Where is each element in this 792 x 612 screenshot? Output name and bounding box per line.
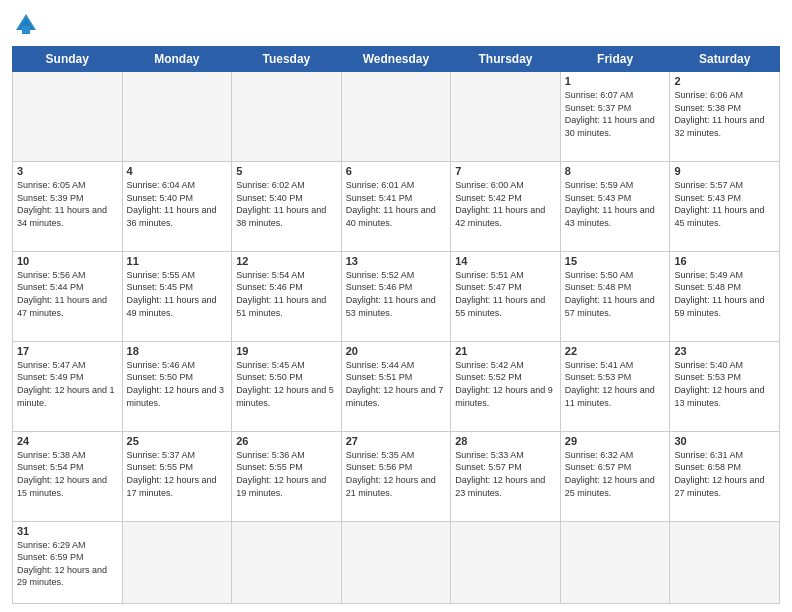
calendar-cell: 8Sunrise: 5:59 AM Sunset: 5:43 PM Daylig…: [560, 161, 670, 251]
calendar-page: SundayMondayTuesdayWednesdayThursdayFrid…: [0, 0, 792, 612]
day-number: 9: [674, 165, 775, 177]
day-info: Sunrise: 5:47 AM Sunset: 5:49 PM Dayligh…: [17, 359, 118, 409]
day-info: Sunrise: 6:29 AM Sunset: 6:59 PM Dayligh…: [17, 539, 118, 589]
day-number: 2: [674, 75, 775, 87]
day-info: Sunrise: 5:45 AM Sunset: 5:50 PM Dayligh…: [236, 359, 337, 409]
calendar-cell: 18Sunrise: 5:46 AM Sunset: 5:50 PM Dayli…: [122, 341, 232, 431]
day-number: 5: [236, 165, 337, 177]
calendar-cell: 30Sunrise: 6:31 AM Sunset: 6:58 PM Dayli…: [670, 431, 780, 521]
col-header-friday: Friday: [560, 47, 670, 72]
day-number: 28: [455, 435, 556, 447]
calendar-cell: 9Sunrise: 5:57 AM Sunset: 5:43 PM Daylig…: [670, 161, 780, 251]
day-info: Sunrise: 6:02 AM Sunset: 5:40 PM Dayligh…: [236, 179, 337, 229]
calendar-cell: [122, 72, 232, 162]
day-info: Sunrise: 6:00 AM Sunset: 5:42 PM Dayligh…: [455, 179, 556, 229]
day-info: Sunrise: 5:44 AM Sunset: 5:51 PM Dayligh…: [346, 359, 447, 409]
calendar-week-4: 24Sunrise: 5:38 AM Sunset: 5:54 PM Dayli…: [13, 431, 780, 521]
calendar-cell: [232, 521, 342, 603]
calendar-cell: 13Sunrise: 5:52 AM Sunset: 5:46 PM Dayli…: [341, 251, 451, 341]
calendar-cell: 6Sunrise: 6:01 AM Sunset: 5:41 PM Daylig…: [341, 161, 451, 251]
day-info: Sunrise: 5:54 AM Sunset: 5:46 PM Dayligh…: [236, 269, 337, 319]
calendar-cell: 11Sunrise: 5:55 AM Sunset: 5:45 PM Dayli…: [122, 251, 232, 341]
day-number: 24: [17, 435, 118, 447]
day-number: 13: [346, 255, 447, 267]
day-info: Sunrise: 5:38 AM Sunset: 5:54 PM Dayligh…: [17, 449, 118, 499]
calendar-cell: 15Sunrise: 5:50 AM Sunset: 5:48 PM Dayli…: [560, 251, 670, 341]
calendar-table: SundayMondayTuesdayWednesdayThursdayFrid…: [12, 46, 780, 604]
logo: [12, 10, 44, 38]
calendar-cell: 27Sunrise: 5:35 AM Sunset: 5:56 PM Dayli…: [341, 431, 451, 521]
day-info: Sunrise: 5:50 AM Sunset: 5:48 PM Dayligh…: [565, 269, 666, 319]
calendar-cell: 29Sunrise: 6:32 AM Sunset: 6:57 PM Dayli…: [560, 431, 670, 521]
calendar-cell: [670, 521, 780, 603]
day-info: Sunrise: 5:41 AM Sunset: 5:53 PM Dayligh…: [565, 359, 666, 409]
calendar-cell: [341, 72, 451, 162]
calendar-cell: 25Sunrise: 5:37 AM Sunset: 5:55 PM Dayli…: [122, 431, 232, 521]
calendar-cell: [451, 521, 561, 603]
calendar-cell: 26Sunrise: 5:36 AM Sunset: 5:55 PM Dayli…: [232, 431, 342, 521]
calendar-cell: 7Sunrise: 6:00 AM Sunset: 5:42 PM Daylig…: [451, 161, 561, 251]
day-info: Sunrise: 5:33 AM Sunset: 5:57 PM Dayligh…: [455, 449, 556, 499]
day-info: Sunrise: 6:06 AM Sunset: 5:38 PM Dayligh…: [674, 89, 775, 139]
day-info: Sunrise: 5:56 AM Sunset: 5:44 PM Dayligh…: [17, 269, 118, 319]
calendar-header-row: SundayMondayTuesdayWednesdayThursdayFrid…: [13, 47, 780, 72]
day-info: Sunrise: 5:42 AM Sunset: 5:52 PM Dayligh…: [455, 359, 556, 409]
day-info: Sunrise: 6:05 AM Sunset: 5:39 PM Dayligh…: [17, 179, 118, 229]
col-header-wednesday: Wednesday: [341, 47, 451, 72]
day-number: 8: [565, 165, 666, 177]
day-info: Sunrise: 5:51 AM Sunset: 5:47 PM Dayligh…: [455, 269, 556, 319]
day-info: Sunrise: 5:35 AM Sunset: 5:56 PM Dayligh…: [346, 449, 447, 499]
day-number: 14: [455, 255, 556, 267]
col-header-tuesday: Tuesday: [232, 47, 342, 72]
day-info: Sunrise: 5:57 AM Sunset: 5:43 PM Dayligh…: [674, 179, 775, 229]
day-number: 1: [565, 75, 666, 87]
calendar-cell: 12Sunrise: 5:54 AM Sunset: 5:46 PM Dayli…: [232, 251, 342, 341]
day-number: 29: [565, 435, 666, 447]
header: [12, 10, 780, 38]
calendar-cell: 28Sunrise: 5:33 AM Sunset: 5:57 PM Dayli…: [451, 431, 561, 521]
calendar-week-5: 31Sunrise: 6:29 AM Sunset: 6:59 PM Dayli…: [13, 521, 780, 603]
calendar-cell: 31Sunrise: 6:29 AM Sunset: 6:59 PM Dayli…: [13, 521, 123, 603]
day-number: 12: [236, 255, 337, 267]
col-header-sunday: Sunday: [13, 47, 123, 72]
day-info: Sunrise: 5:40 AM Sunset: 5:53 PM Dayligh…: [674, 359, 775, 409]
day-number: 31: [17, 525, 118, 537]
day-number: 30: [674, 435, 775, 447]
day-number: 6: [346, 165, 447, 177]
calendar-cell: [13, 72, 123, 162]
calendar-cell: 2Sunrise: 6:06 AM Sunset: 5:38 PM Daylig…: [670, 72, 780, 162]
calendar-cell: 24Sunrise: 5:38 AM Sunset: 5:54 PM Dayli…: [13, 431, 123, 521]
day-info: Sunrise: 6:31 AM Sunset: 6:58 PM Dayligh…: [674, 449, 775, 499]
day-number: 16: [674, 255, 775, 267]
calendar-week-0: 1Sunrise: 6:07 AM Sunset: 5:37 PM Daylig…: [13, 72, 780, 162]
day-number: 17: [17, 345, 118, 357]
day-number: 19: [236, 345, 337, 357]
svg-rect-2: [22, 26, 30, 34]
calendar-cell: 10Sunrise: 5:56 AM Sunset: 5:44 PM Dayli…: [13, 251, 123, 341]
col-header-monday: Monday: [122, 47, 232, 72]
day-info: Sunrise: 5:55 AM Sunset: 5:45 PM Dayligh…: [127, 269, 228, 319]
day-number: 15: [565, 255, 666, 267]
day-number: 21: [455, 345, 556, 357]
calendar-cell: 14Sunrise: 5:51 AM Sunset: 5:47 PM Dayli…: [451, 251, 561, 341]
col-header-thursday: Thursday: [451, 47, 561, 72]
calendar-cell: [451, 72, 561, 162]
calendar-cell: 17Sunrise: 5:47 AM Sunset: 5:49 PM Dayli…: [13, 341, 123, 431]
day-info: Sunrise: 5:49 AM Sunset: 5:48 PM Dayligh…: [674, 269, 775, 319]
day-number: 27: [346, 435, 447, 447]
calendar-week-3: 17Sunrise: 5:47 AM Sunset: 5:49 PM Dayli…: [13, 341, 780, 431]
calendar-cell: 22Sunrise: 5:41 AM Sunset: 5:53 PM Dayli…: [560, 341, 670, 431]
day-number: 26: [236, 435, 337, 447]
calendar-cell: [560, 521, 670, 603]
day-number: 22: [565, 345, 666, 357]
day-info: Sunrise: 5:59 AM Sunset: 5:43 PM Dayligh…: [565, 179, 666, 229]
day-info: Sunrise: 6:04 AM Sunset: 5:40 PM Dayligh…: [127, 179, 228, 229]
day-number: 25: [127, 435, 228, 447]
calendar-cell: 5Sunrise: 6:02 AM Sunset: 5:40 PM Daylig…: [232, 161, 342, 251]
calendar-cell: 21Sunrise: 5:42 AM Sunset: 5:52 PM Dayli…: [451, 341, 561, 431]
calendar-cell: [232, 72, 342, 162]
day-number: 20: [346, 345, 447, 357]
day-info: Sunrise: 6:07 AM Sunset: 5:37 PM Dayligh…: [565, 89, 666, 139]
calendar-cell: [341, 521, 451, 603]
calendar-cell: 4Sunrise: 6:04 AM Sunset: 5:40 PM Daylig…: [122, 161, 232, 251]
